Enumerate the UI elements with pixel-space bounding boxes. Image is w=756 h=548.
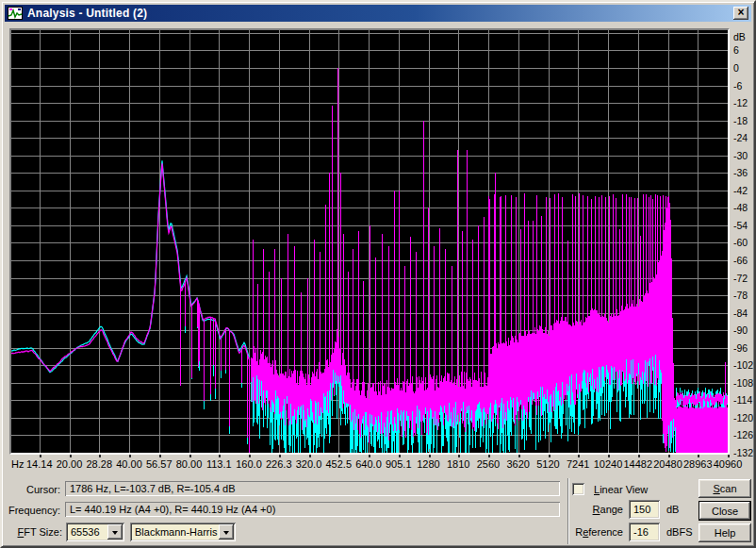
frequency-axis: Hz14.1420.0028.2840.0056.5780.00113.1160… bbox=[2, 455, 756, 475]
x-axis-tick bbox=[40, 455, 41, 457]
x-axis-tick bbox=[578, 455, 580, 457]
y-axis-label: -60 bbox=[733, 237, 748, 248]
scan-button[interactable]: Scan bbox=[698, 479, 751, 498]
x-axis-tick bbox=[698, 455, 699, 457]
x-axis-tick bbox=[309, 455, 311, 457]
title-bar[interactable]: Analysis - Untitled (2) × bbox=[5, 5, 751, 22]
spectrum-plot[interactable] bbox=[11, 30, 728, 453]
y-axis-label: -6 bbox=[733, 80, 742, 91]
y-axis-label: -108 bbox=[733, 377, 753, 389]
x-axis-tick bbox=[518, 455, 520, 457]
frequency-readout: L= 440.19 Hz (A4 +0), R= 440.19 Hz (A4 +… bbox=[65, 502, 560, 517]
chevron-down-icon bbox=[223, 531, 229, 538]
y-axis-label: -126 bbox=[733, 429, 753, 440]
x-axis-tick bbox=[159, 455, 161, 457]
x-axis-tick bbox=[129, 455, 131, 457]
fft-window-dropdown-button[interactable] bbox=[219, 524, 234, 540]
y-axis-label: -90 bbox=[733, 324, 748, 336]
fft-window-value: Blackmann-Harris bbox=[135, 526, 217, 538]
y-axis-label: -96 bbox=[733, 342, 748, 354]
x-axis-tick bbox=[70, 455, 72, 457]
help-button[interactable]: Help bbox=[698, 523, 751, 542]
y-axis-label: -72 bbox=[733, 273, 748, 284]
x-axis-tick bbox=[279, 455, 281, 457]
reference-label: Reference bbox=[530, 526, 623, 538]
fft-size-value: 65536 bbox=[71, 526, 100, 538]
x-axis-tick bbox=[488, 455, 490, 457]
range-label: Range bbox=[530, 504, 623, 515]
db-axis: dB60-6-12-18-24-30-36-42-48-54-60-66-72-… bbox=[732, 2, 756, 457]
x-axis-tick bbox=[219, 455, 221, 457]
app-icon bbox=[8, 7, 23, 20]
y-axis-label: -12 bbox=[733, 97, 748, 108]
x-axis-label: 40960 bbox=[704, 458, 751, 470]
reference-unit: dBFS bbox=[666, 526, 693, 538]
y-axis-label: dB bbox=[733, 31, 746, 42]
y-axis-label: -42 bbox=[733, 185, 748, 196]
x-axis-tick bbox=[399, 455, 401, 457]
fft-size-select[interactable]: 65536 bbox=[66, 523, 124, 541]
x-axis-tick bbox=[338, 455, 340, 457]
y-axis-label: -48 bbox=[733, 202, 748, 213]
cursor-readout: 1786 Hz, L=-103.7 dB, R=-105.4 dB bbox=[65, 481, 560, 496]
x-axis-tick bbox=[99, 455, 101, 457]
x-axis-tick bbox=[249, 455, 251, 457]
fft-window-select[interactable]: Blackmann-Harris bbox=[130, 523, 236, 541]
y-axis-label: -66 bbox=[733, 255, 748, 266]
reference-input[interactable] bbox=[629, 523, 660, 541]
close-button-main[interactable]: Close bbox=[698, 501, 751, 521]
y-axis-label: 6 bbox=[733, 44, 739, 56]
range-unit: dB bbox=[666, 504, 679, 515]
y-axis-label: -78 bbox=[733, 290, 748, 301]
x-axis-tick bbox=[458, 455, 460, 457]
cursor-label: Cursor: bbox=[2, 484, 60, 495]
frequency-label: Frequency: bbox=[2, 505, 60, 516]
y-axis-label: -120 bbox=[733, 412, 753, 423]
linear-view-label: Linear View bbox=[594, 484, 648, 495]
left-channel-trace-smooth bbox=[11, 160, 250, 372]
y-axis-label: -54 bbox=[733, 220, 748, 231]
y-axis-label: -114 bbox=[733, 394, 752, 406]
x-axis-tick bbox=[549, 455, 551, 457]
y-axis-label: 0 bbox=[733, 62, 739, 74]
analysis-dialog: Analysis - Untitled (2) × dB60-6-12-18-2… bbox=[0, 0, 756, 548]
y-axis-label: -102 bbox=[733, 359, 753, 371]
x-axis-tick bbox=[668, 455, 670, 457]
x-axis-tick bbox=[638, 455, 640, 457]
linear-view-checkbox[interactable] bbox=[572, 483, 584, 495]
x-axis-tick bbox=[369, 455, 370, 457]
x-axis-tick bbox=[429, 455, 431, 457]
x-axis-tick bbox=[728, 455, 730, 457]
y-axis-label: -24 bbox=[733, 132, 748, 143]
window-title: Analysis - Untitled (2) bbox=[27, 7, 147, 20]
x-axis-tick bbox=[189, 455, 191, 457]
y-axis-label: -36 bbox=[733, 167, 748, 178]
range-input[interactable] bbox=[629, 500, 660, 519]
fft-size-label: FFT Size: bbox=[2, 526, 62, 538]
spectrum-plot-frame bbox=[9, 28, 730, 455]
y-axis-label: -84 bbox=[733, 307, 748, 319]
x-axis-tick bbox=[608, 455, 610, 457]
y-axis-label: -30 bbox=[733, 150, 748, 161]
y-axis-label: -18 bbox=[733, 115, 748, 126]
fft-size-dropdown-button[interactable] bbox=[107, 524, 123, 540]
right-channel-trace-smooth bbox=[11, 163, 250, 371]
chevron-down-icon bbox=[112, 531, 118, 538]
